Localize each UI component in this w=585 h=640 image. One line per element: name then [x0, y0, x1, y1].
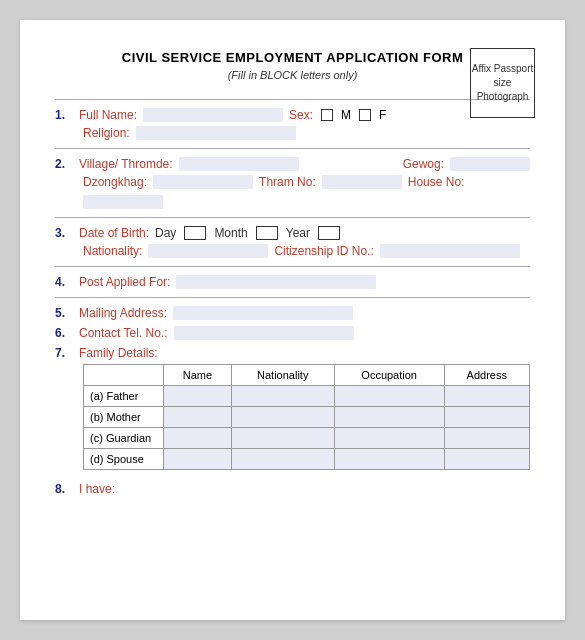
- section-8-label: I have:: [79, 482, 115, 496]
- citizenship-field[interactable]: [380, 244, 520, 258]
- family-cell[interactable]: [231, 386, 334, 407]
- day-label: Day: [155, 226, 176, 240]
- family-cell[interactable]: [231, 407, 334, 428]
- section-1-num: 1.: [55, 108, 73, 122]
- dob-label: Date of Birth:: [79, 226, 149, 240]
- family-row-label: (a) Father: [84, 386, 164, 407]
- section-3-num: 3.: [55, 226, 73, 240]
- sex-f-checkbox[interactable]: [359, 109, 371, 121]
- village-field[interactable]: [179, 157, 299, 171]
- house-label: House No:: [408, 175, 465, 189]
- section-7: 7. Family Details: Name Nationality Occu…: [55, 346, 530, 470]
- section-5-num: 5.: [55, 306, 73, 320]
- family-label: Family Details:: [79, 346, 158, 360]
- application-form: Affix Passport size Photograph CIVIL SER…: [20, 20, 565, 620]
- citizenship-label: Citizenship ID No.:: [274, 244, 373, 258]
- year-field[interactable]: [318, 226, 340, 240]
- section-6-num: 6.: [55, 326, 73, 340]
- full-name-field[interactable]: [143, 108, 283, 122]
- family-cell[interactable]: [164, 428, 232, 449]
- passport-box: Affix Passport size Photograph: [470, 48, 535, 118]
- nationality-label: Nationality:: [83, 244, 142, 258]
- family-cell[interactable]: [444, 407, 529, 428]
- dzongkhag-field[interactable]: [153, 175, 253, 189]
- family-cell[interactable]: [444, 428, 529, 449]
- form-subtitle: (Fill in BLOCK letters only): [55, 69, 530, 81]
- section-5: 5. Mailing Address:: [55, 306, 530, 320]
- thram-label: Thram No:: [259, 175, 316, 189]
- col-nationality: Nationality: [231, 365, 334, 386]
- gewog-label: Gewog:: [403, 157, 444, 171]
- post-label: Post Applied For:: [79, 275, 170, 289]
- form-title: CIVIL SERVICE EMPLOYMENT APPLICATION FOR…: [55, 50, 530, 65]
- section-4-num: 4.: [55, 275, 73, 289]
- family-cell[interactable]: [334, 449, 444, 470]
- family-cell[interactable]: [164, 407, 232, 428]
- house-field[interactable]: [83, 195, 163, 209]
- tel-label: Contact Tel. No.:: [79, 326, 168, 340]
- section-3: 3. Date of Birth: Day Month Year Nationa…: [55, 226, 530, 258]
- col-address: Address: [444, 365, 529, 386]
- family-table: Name Nationality Occupation Address (a) …: [83, 364, 530, 470]
- sex-m-label: M: [341, 108, 351, 122]
- col-occupation: Occupation: [334, 365, 444, 386]
- family-cell[interactable]: [231, 428, 334, 449]
- passport-label: Affix Passport size Photograph: [471, 62, 534, 104]
- section-2: 2. Village/ Thromde: Gewog: Dzongkhag: T…: [55, 157, 530, 209]
- day-field[interactable]: [184, 226, 206, 240]
- full-name-label: Full Name:: [79, 108, 137, 122]
- mailing-field[interactable]: [173, 306, 353, 320]
- family-cell[interactable]: [334, 428, 444, 449]
- family-row-label: (c) Guardian: [84, 428, 164, 449]
- section-8: 8. I have:: [55, 482, 530, 496]
- section-7-num: 7.: [55, 346, 73, 360]
- mailing-label: Mailing Address:: [79, 306, 167, 320]
- family-cell[interactable]: [164, 449, 232, 470]
- tel-field[interactable]: [174, 326, 354, 340]
- family-cell[interactable]: [334, 386, 444, 407]
- family-row-label: (b) Mother: [84, 407, 164, 428]
- thram-field[interactable]: [322, 175, 402, 189]
- family-cell[interactable]: [444, 386, 529, 407]
- section-2-num: 2.: [55, 157, 73, 171]
- section-1: 1. Full Name: Sex: M F Religion:: [55, 108, 530, 140]
- col-blank: [84, 365, 164, 386]
- sex-label: Sex:: [289, 108, 313, 122]
- gewog-field[interactable]: [450, 157, 530, 171]
- section-8-num: 8.: [55, 482, 73, 496]
- village-label: Village/ Thromde:: [79, 157, 173, 171]
- dzongkhag-label: Dzongkhag:: [83, 175, 147, 189]
- family-cell[interactable]: [334, 407, 444, 428]
- family-cell[interactable]: [164, 386, 232, 407]
- month-field[interactable]: [256, 226, 278, 240]
- sex-f-label: F: [379, 108, 386, 122]
- section-4: 4. Post Applied For:: [55, 275, 530, 289]
- year-label: Year: [286, 226, 310, 240]
- post-field[interactable]: [176, 275, 376, 289]
- section-6: 6. Contact Tel. No.:: [55, 326, 530, 340]
- family-cell[interactable]: [231, 449, 334, 470]
- religion-field[interactable]: [136, 126, 296, 140]
- month-label: Month: [214, 226, 247, 240]
- family-row-label: (d) Spouse: [84, 449, 164, 470]
- col-name: Name: [164, 365, 232, 386]
- family-cell[interactable]: [444, 449, 529, 470]
- religion-label: Religion:: [83, 126, 130, 140]
- nationality-field[interactable]: [148, 244, 268, 258]
- sex-m-checkbox[interactable]: [321, 109, 333, 121]
